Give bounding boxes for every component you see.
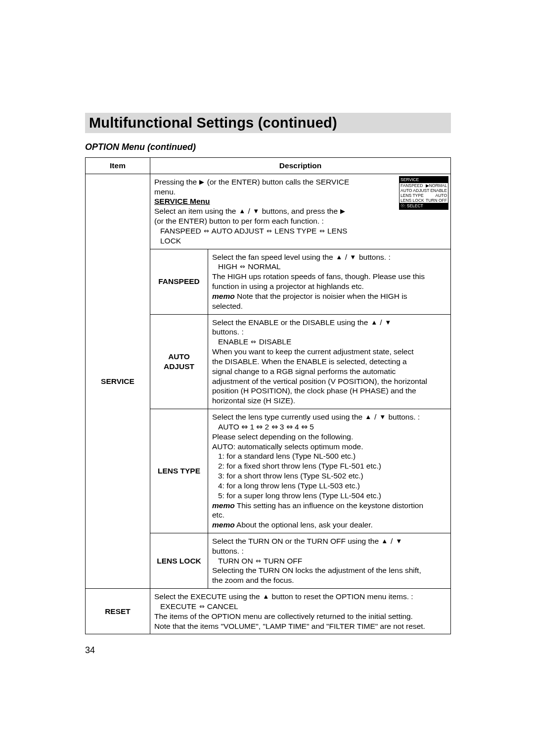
autoadjust-label: AUTO ADJUST [150, 314, 208, 409]
up-arrow-icon [371, 318, 377, 327]
lenslock-label: LENS LOCK [150, 533, 208, 588]
page-number: 34 [85, 645, 451, 656]
lenslock-desc: Select the TURN ON or the TURN OFF using… [208, 533, 451, 588]
reset-label: RESET [86, 589, 150, 634]
down-arrow-icon [396, 537, 402, 545]
cursor-icon [426, 183, 429, 188]
cycle-icon [256, 557, 261, 565]
service-menu-row: FANSPEED NORMAL [400, 183, 448, 188]
intro-text-block: Pressing the (or the ENTER) button calls… [154, 177, 357, 246]
service-menu-graphic: SERVICE FANSPEED NORMAL AUTO ADJUST ENAB… [399, 176, 448, 210]
right-arrow-icon [340, 207, 345, 216]
cycle-icon [240, 263, 245, 271]
table-header-row: Item Description [86, 158, 451, 174]
service-menu-heading: SERVICE Menu [154, 197, 210, 205]
select-icon [400, 203, 404, 208]
service-menu-graphic-footer: : SELECT [400, 203, 448, 209]
cycle-icon [204, 227, 209, 235]
reset-row: RESET Select the EXECUTE using the butto… [86, 589, 451, 634]
right-arrow-icon [199, 178, 204, 186]
cycle-icon [319, 227, 325, 235]
service-menu-row: LENS TYPE AUTO [400, 193, 448, 198]
service-menu-row: LENS LOCK TURN OFF [400, 198, 448, 203]
up-arrow-icon [336, 253, 342, 261]
service-menu-graphic-header: SERVICE [400, 177, 448, 183]
page-title: Multifunctional Settings (continued) [85, 113, 451, 133]
fanspeed-desc: Select the fan speed level using the / b… [208, 249, 451, 314]
up-arrow-icon [239, 207, 245, 216]
up-arrow-icon [365, 413, 372, 422]
service-intro-cell: Pressing the (or the ENTER) button calls… [150, 174, 451, 249]
autoadjust-desc: Select the ENABLE or the DISABLE using t… [208, 314, 451, 409]
down-arrow-icon [379, 413, 386, 422]
cycle-icon [251, 338, 256, 346]
cycle-icon [267, 227, 272, 235]
subtitle: OPTION Menu (continued) [85, 142, 451, 152]
title-text: Multifunctional Settings (continued) [89, 115, 337, 131]
col-item: Item [86, 158, 150, 174]
service-intro-row: SERVICE Pressing the (or the ENTER) butt… [86, 174, 451, 249]
lenstype-label: LENS TYPE [150, 409, 208, 533]
down-arrow-icon [385, 318, 391, 327]
service-menu-row: AUTO ADJUST ENABLE [400, 188, 448, 193]
down-arrow-icon [350, 253, 356, 261]
up-arrow-icon [263, 593, 269, 601]
up-arrow-icon [382, 537, 388, 545]
down-arrow-icon [253, 207, 259, 216]
reset-desc: Select the EXECUTE using the button to r… [150, 589, 451, 634]
fanspeed-label: FANSPEED [150, 249, 208, 314]
memo-label: memo [212, 501, 235, 510]
col-desc: Description [150, 158, 451, 174]
memo-label: memo [212, 292, 235, 300]
memo-label: memo [212, 520, 235, 529]
service-item-label: SERVICE [86, 174, 150, 588]
lenstype-desc: Select the lens type currently used usin… [208, 409, 451, 533]
page: Multifunctional Settings (continued) OPT… [0, 0, 534, 656]
option-table: Item Description SERVICE Pressing the (o… [85, 157, 451, 634]
cycle-icon [199, 602, 204, 611]
